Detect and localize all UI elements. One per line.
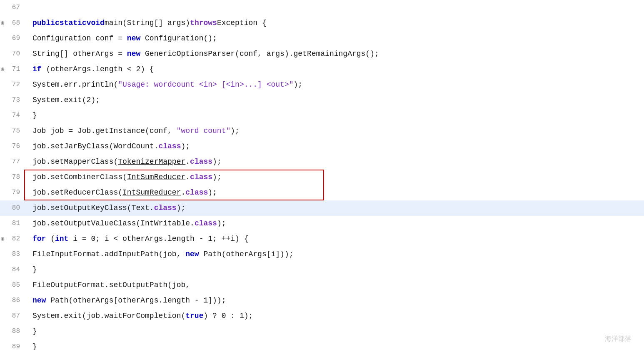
- code-content: FileOutputFormat.setOutputPath(job,: [24, 278, 644, 293]
- line-number: 75: [0, 123, 24, 139]
- code-line: 86 new Path(otherArgs[otherArgs.length -…: [0, 293, 644, 308]
- code-content: if (otherArgs.length < 2) {: [24, 62, 644, 77]
- line-number: 70: [0, 46, 24, 62]
- code-content: new Path(otherArgs[otherArgs.length - 1]…: [24, 293, 644, 308]
- breakpoint-arrow: ◉: [1, 62, 4, 77]
- code-line: 80 job.setOutputKeyClass(Text.class);: [0, 200, 644, 216]
- code-content: String[] otherArgs = new GenericOptionsP…: [24, 46, 644, 62]
- line-number: 87: [0, 308, 24, 324]
- code-content: System.exit(2);: [24, 92, 644, 108]
- line-number: 85: [0, 278, 24, 293]
- code-line: 84 }: [0, 262, 644, 278]
- code-content: }: [24, 108, 644, 123]
- code-line: 87 System.exit(job.waitForCompletion(tru…: [0, 308, 644, 324]
- code-content: }: [24, 339, 644, 350]
- code-line: 74 }: [0, 108, 644, 123]
- code-line: 70 String[] otherArgs = new GenericOptio…: [0, 46, 644, 62]
- code-line: 67: [0, 0, 644, 15]
- breakpoint-arrow: ◉: [1, 231, 4, 247]
- line-number: 83: [0, 247, 24, 262]
- code-line: 79 job.setReducerClass(IntSumReducer.cla…: [0, 185, 644, 200]
- code-content: }: [24, 262, 644, 278]
- code-line: 77 job.setMapperClass(TokenizerMapper.cl…: [0, 154, 644, 170]
- line-number: 74: [0, 108, 24, 123]
- code-editor: 67◉68 public static void main(String[] a…: [0, 0, 644, 350]
- code-content: for (int i = 0; i < otherArgs.length - 1…: [24, 231, 644, 247]
- line-number: 73: [0, 92, 24, 108]
- line-number: 86: [0, 293, 24, 308]
- code-content: job.setReducerClass(IntSumReducer.class)…: [24, 185, 644, 200]
- code-content: public static void main(String[] args) t…: [24, 15, 644, 31]
- code-content: job.setOutputKeyClass(Text.class);: [24, 200, 644, 216]
- code-line: 76 job.setJarByClass(WordCount.class);: [0, 139, 644, 154]
- code-content: FileInputFormat.addInputPath(job, new Pa…: [24, 247, 644, 262]
- breakpoint-arrow: ◉: [1, 15, 4, 31]
- line-number: 88: [0, 324, 24, 339]
- code-content: job.setOutputValueClass(IntWritable.clas…: [24, 216, 644, 231]
- line-number: 77: [0, 154, 24, 170]
- code-content: job.setMapperClass(TokenizerMapper.class…: [24, 154, 644, 170]
- code-line: 88 }: [0, 324, 644, 339]
- line-number: 81: [0, 216, 24, 231]
- code-content: Job job = Job.getInstance(conf, "word co…: [24, 123, 644, 139]
- code-line: 81 job.setOutputValueClass(IntWritable.c…: [0, 216, 644, 231]
- code-line: 83 FileInputFormat.addInputPath(job, new…: [0, 247, 644, 262]
- code-line: ◉68 public static void main(String[] arg…: [0, 15, 644, 31]
- code-content: System.err.println("Usage: wordcount <in…: [24, 77, 644, 92]
- line-number: 80: [0, 200, 24, 216]
- line-number: 69: [0, 31, 24, 46]
- code-line: 73 System.exit(2);: [0, 92, 644, 108]
- code-content: System.exit(job.waitForCompletion(true) …: [24, 308, 644, 324]
- code-line: 85 FileOutputFormat.setOutputPath(job,: [0, 278, 644, 293]
- code-line: 75 Job job = Job.getInstance(conf, "word…: [0, 123, 644, 139]
- code-line: 72 System.err.println("Usage: wordcount …: [0, 77, 644, 92]
- code-line: 69 Configuration conf = new Configuratio…: [0, 31, 644, 46]
- line-number: 67: [0, 0, 24, 15]
- code-line: ◉71 if (otherArgs.length < 2) {: [0, 62, 644, 77]
- code-content: Configuration conf = new Configuration()…: [24, 31, 644, 46]
- line-number: 78: [0, 170, 24, 185]
- line-number: ◉71: [0, 62, 24, 77]
- watermark: 海洋部落: [605, 331, 632, 346]
- line-number: 89: [0, 339, 24, 350]
- code-line: 78 job.setCombinerClass(IntSumReducer.cl…: [0, 170, 644, 185]
- line-number: 84: [0, 262, 24, 278]
- code-content: }: [24, 324, 644, 339]
- line-number: ◉82: [0, 231, 24, 247]
- code-content: job.setJarByClass(WordCount.class);: [24, 139, 644, 154]
- code-line: 89}: [0, 339, 644, 350]
- line-number: 76: [0, 139, 24, 154]
- line-number: ◉68: [0, 15, 24, 31]
- line-number: 79: [0, 185, 24, 200]
- line-number: 72: [0, 77, 24, 92]
- code-content: job.setCombinerClass(IntSumReducer.class…: [24, 170, 644, 185]
- code-line: ◉82 for (int i = 0; i < otherArgs.length…: [0, 231, 644, 247]
